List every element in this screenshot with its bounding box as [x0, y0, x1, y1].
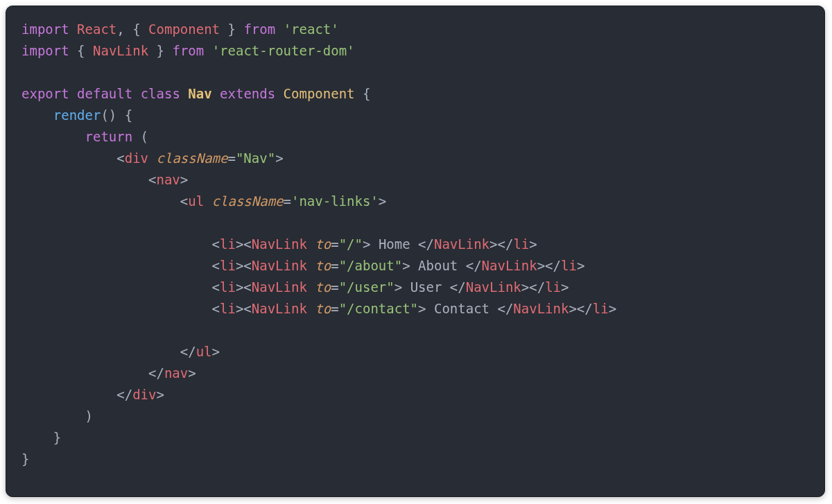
code-line-close-brace1: } [21, 430, 61, 445]
code-line-close-brace2: } [21, 451, 29, 467]
code-line-1: import React, { Component } from 'react' [21, 21, 339, 37]
code-line-9: <ul className='nav-links'> [21, 193, 386, 209]
navlink-row: <li><NavLink to="/"> Home </NavLink></li… [21, 236, 537, 252]
code-line-6: return ( [21, 129, 148, 144]
navlink-row: <li><NavLink to="/contact"> Contact </Na… [21, 301, 616, 316]
code-line-close-paren: ) [21, 408, 93, 424]
code-line-close-ul: </ul> [21, 344, 220, 359]
code-line-5: render() { [21, 107, 132, 123]
code-line-8: <nav> [21, 172, 188, 187]
code-line-7: <div className="Nav"> [21, 150, 284, 166]
code-editor: import React, { Component } from 'react'… [6, 6, 825, 497]
code-line-close-div: </div> [21, 387, 164, 402]
navlink-row: <li><NavLink to="/about"> About </NavLin… [21, 258, 584, 273]
navlink-row: <li><NavLink to="/user"> User </NavLink>… [21, 279, 569, 295]
code-line-2: import { NavLink } from 'react-router-do… [21, 43, 355, 58]
code-line-4: export default class Nav extends Compone… [21, 86, 370, 101]
code-line-close-nav: </nav> [21, 365, 196, 381]
